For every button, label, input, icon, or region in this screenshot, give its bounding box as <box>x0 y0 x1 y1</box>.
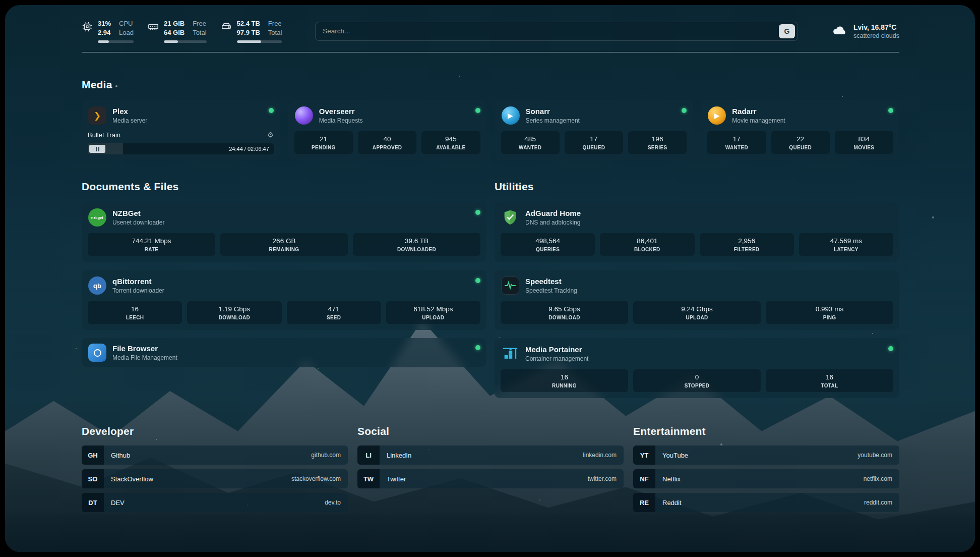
cpu-progress-bar <box>98 40 134 43</box>
status-dot <box>475 108 480 113</box>
bookmark-linkedin[interactable]: LI LinkedIn linkedin.com <box>357 445 624 465</box>
bookmark-stackoverflow[interactable]: SO StackOverflow stackoverflow.com <box>82 469 348 488</box>
radarr-card[interactable]: ▶ Radarr Movie management 17WANTED 22QUE… <box>701 100 899 160</box>
plex-icon: ❯ <box>88 106 107 125</box>
top-bar: 31% 2.94 CPU Load <box>82 19 899 43</box>
bookmark-name: LinkedIn <box>387 452 411 459</box>
service-name: Plex <box>112 107 147 116</box>
stat-wanted: 485WANTED <box>501 131 560 154</box>
stat-running: 16RUNNING <box>501 369 628 392</box>
bookmark-github[interactable]: GH Github github.com <box>82 445 348 465</box>
weather-location: Lviv, 16.87°C <box>853 23 899 31</box>
search-engine-button[interactable]: G <box>779 24 795 38</box>
search-input[interactable] <box>323 27 779 35</box>
bookmark-abbr: GH <box>82 445 104 465</box>
qbittorrent-icon: qb <box>88 276 107 295</box>
stat-upload: 618.52 MbpsUPLOAD <box>386 301 480 324</box>
filebrowser-card[interactable]: File Browser Media File Management <box>82 338 486 367</box>
playback-time: 24:44 / 02:06:47 <box>229 146 269 152</box>
bookmark-name: Twitter <box>387 475 406 483</box>
bookmark-url: twitter.com <box>588 475 617 482</box>
pause-button[interactable] <box>89 145 105 153</box>
plex-player-bar[interactable]: 24:44 / 02:06:47 <box>88 143 274 154</box>
portainer-card[interactable]: Media Portainer Container management 16R… <box>495 338 899 398</box>
service-description: Torrent downloader <box>112 287 164 294</box>
bookmark-url: dev.to <box>325 499 341 506</box>
stat-queued: 17QUEUED <box>565 131 623 154</box>
memory-label-top: Free <box>193 19 206 28</box>
stat-filtered: 2,956FILTERED <box>700 233 794 256</box>
service-description: Media Requests <box>319 117 363 124</box>
status-dot <box>475 210 480 215</box>
bookmark-name: Github <box>111 452 130 459</box>
stat-rate: 744.21 MbpsRATE <box>88 233 215 256</box>
documents-column: Documents & Files nzbget NZBGet Usenet d… <box>82 181 486 398</box>
section-title-utilities: Utilities <box>495 181 899 193</box>
bookmark-abbr: SO <box>82 469 104 488</box>
bookmark-youtube[interactable]: YT YouTube youtube.com <box>633 445 899 465</box>
cpu-icon <box>82 21 93 34</box>
bookmark-name: Reddit <box>662 499 682 507</box>
overseerr-card[interactable]: Overseerr Media Requests 21PENDING 40APP… <box>288 100 486 160</box>
stat-queued: 22QUEUED <box>771 131 830 154</box>
stat-seed: 471SEED <box>287 301 381 324</box>
media-grid: ❯ Plex Media server Bullet Train ⚙ <box>82 100 899 160</box>
stat-latency: 47.569 msLATENCY <box>799 233 893 256</box>
stat-ping: 0.993 msPING <box>766 301 893 324</box>
adguard-card[interactable]: AdGuard Home DNS and adblocking 498,564Q… <box>495 202 899 262</box>
disk-total-value: 97.9 TB <box>237 28 260 37</box>
bookmark-abbr: RE <box>633 493 655 512</box>
stat-upload: 9.24 GbpsUPLOAD <box>633 301 761 324</box>
service-name: Radarr <box>732 107 785 116</box>
bookmark-netflix[interactable]: NF Netflix netflix.com <box>633 469 899 488</box>
bookmark-url: github.com <box>311 452 341 459</box>
bookmark-abbr: DT <box>82 493 104 512</box>
stat-stopped: 0STOPPED <box>633 369 761 392</box>
nzbget-card[interactable]: nzbget NZBGet Usenet downloader 744.21 M… <box>82 202 486 262</box>
stat-blocked: 86,401BLOCKED <box>600 233 694 256</box>
cpu-label-bottom: Load <box>119 28 134 37</box>
now-playing-title: Bullet Train <box>88 131 120 139</box>
status-dot <box>888 108 893 113</box>
dashboard-screen: 31% 2.94 CPU Load <box>5 5 975 552</box>
service-name: File Browser <box>112 344 177 353</box>
status-dot <box>269 108 274 113</box>
service-name: Media Portainer <box>525 345 588 354</box>
bookmark-twitter[interactable]: TW Twitter twitter.com <box>357 469 624 488</box>
header-divider <box>82 52 899 52</box>
memory-icon <box>148 21 159 34</box>
service-name: qBittorrent <box>112 277 164 286</box>
bookmark-url: netflix.com <box>864 475 892 482</box>
section-title-social: Social <box>357 425 624 437</box>
speedtest-card[interactable]: Speedtest Speedtest Tracking 9.65 GbpsDO… <box>495 270 899 330</box>
filebrowser-icon <box>88 343 107 362</box>
sonarr-icon: ▶ <box>501 106 520 125</box>
cpu-usage-value: 31% <box>98 19 111 28</box>
stat-leech: 16LEECH <box>88 301 182 324</box>
bookmark-dev[interactable]: DT DEV dev.to <box>82 493 348 512</box>
qbittorrent-card[interactable]: qb qBittorrent Torrent downloader 16LEEC… <box>82 270 486 330</box>
section-title-developer: Developer <box>82 425 348 437</box>
nzbget-icon: nzbget <box>88 208 107 227</box>
radarr-icon: ▶ <box>707 106 726 125</box>
adguard-icon <box>501 208 520 227</box>
bookmark-url: stackoverflow.com <box>291 475 341 482</box>
plex-card[interactable]: ❯ Plex Media server Bullet Train ⚙ <box>82 100 280 160</box>
service-name: AdGuard Home <box>525 209 581 218</box>
cpu-widget: 31% 2.94 CPU Load <box>82 19 134 43</box>
stat-pending: 21PENDING <box>294 131 353 154</box>
bookmark-reddit[interactable]: RE Reddit reddit.com <box>633 493 899 512</box>
stat-approved: 40APPROVED <box>358 131 416 154</box>
gear-icon[interactable]: ⚙ <box>267 131 274 139</box>
bookmark-url: reddit.com <box>864 499 892 506</box>
sonarr-card[interactable]: ▶ Sonarr Series management 485WANTED 17Q… <box>495 100 693 160</box>
service-name: Overseerr <box>319 107 363 116</box>
bookmark-abbr: TW <box>357 469 380 488</box>
disk-widget: 52.4 TB 97.9 TB Free Total <box>221 19 282 43</box>
entertainment-column: Entertainment YT YouTube youtube.com NF … <box>633 425 899 517</box>
disk-label-top: Free <box>268 19 282 28</box>
disk-progress-bar <box>237 40 282 43</box>
disk-free-value: 52.4 TB <box>237 19 260 28</box>
section-title-documents: Documents & Files <box>82 181 486 193</box>
bookmark-abbr: YT <box>633 445 655 465</box>
